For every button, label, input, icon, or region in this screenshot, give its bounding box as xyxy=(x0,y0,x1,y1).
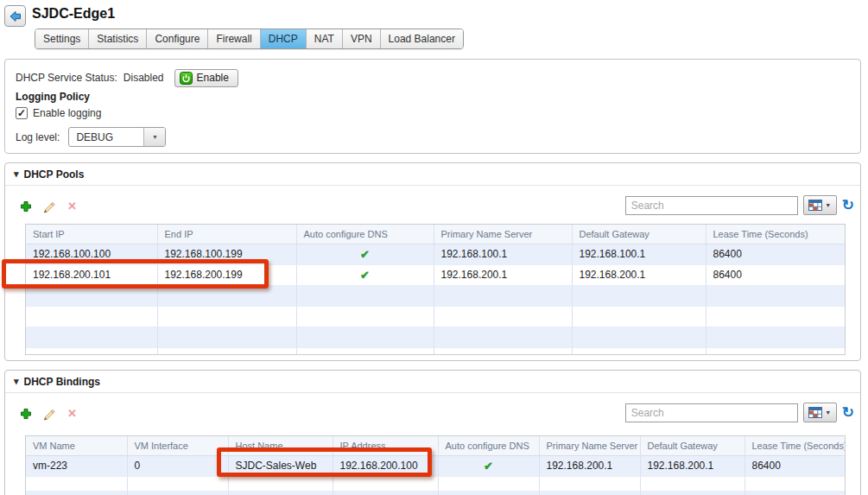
back-arrow-icon xyxy=(9,10,22,23)
empty-row xyxy=(26,476,845,491)
column-header-host-name[interactable]: Host Name xyxy=(228,436,333,455)
column-header-primary-name-server[interactable]: Primary Name Server xyxy=(434,225,572,244)
column-header-default-gateway[interactable]: Default Gateway xyxy=(640,436,744,455)
column-header-auto-configure-dns[interactable]: Auto configure DNS xyxy=(438,436,539,455)
empty-row xyxy=(26,285,845,306)
cell-default-gateway: 192.168.200.1 xyxy=(640,455,744,476)
add-binding-button[interactable] xyxy=(18,406,33,421)
dhcp-pools-section-header[interactable]: ▾ DHCP Pools xyxy=(5,163,860,186)
cell-auto-configure-dns xyxy=(438,455,539,476)
column-header-vm-interface[interactable]: VM Interface xyxy=(127,436,228,455)
dhcp-service-status-label: DHCP Service Status: xyxy=(16,72,117,84)
delete-x-icon: ✕ xyxy=(67,200,77,213)
pools-search-group: ▼ ↻ xyxy=(625,195,854,215)
log-level-label: Log level: xyxy=(16,131,60,143)
logging-policy-heading: Logging Policy xyxy=(16,91,90,103)
bindings-search-group: ▼ ↻ xyxy=(625,403,854,422)
pool-row[interactable]: 192.168.200.101 192.168.200.199 192.168.… xyxy=(26,264,845,285)
column-header-end-ip[interactable]: End IP xyxy=(157,225,296,244)
collapse-arrow-icon: ▾ xyxy=(14,168,19,180)
cell-end-ip: 192.168.100.199 xyxy=(157,244,296,264)
column-header-lease-time[interactable]: Lease Time (Seconds) xyxy=(744,436,845,455)
log-level-dropdown[interactable]: DEBUG ▼ xyxy=(68,127,166,147)
pools-search-input[interactable] xyxy=(625,196,798,215)
column-header-default-gateway[interactable]: Default Gateway xyxy=(572,225,706,244)
pools-toolbar: ✕ xyxy=(18,199,79,213)
dhcp-pools-title: DHCP Pools xyxy=(24,168,85,181)
delete-pool-button[interactable]: ✕ xyxy=(65,199,79,213)
cell-auto-configure-dns xyxy=(296,264,434,285)
tab-firewall[interactable]: Firewall xyxy=(208,29,260,48)
tab-vpn[interactable]: VPN xyxy=(343,29,381,48)
cell-lease-time: 86400 xyxy=(706,244,845,264)
dhcp-bindings-title: DHCP Bindings xyxy=(24,376,100,388)
enable-logging-label: Enable logging xyxy=(33,107,101,119)
dhcp-service-panel: DHCP Service Status: Disabled Enable Log… xyxy=(4,59,861,154)
refresh-icon: ↻ xyxy=(842,404,854,421)
cell-start-ip: 192.168.200.101 xyxy=(26,264,157,285)
column-header-auto-configure-dns[interactable]: Auto configure DNS xyxy=(296,225,434,244)
refresh-button[interactable]: ↻ xyxy=(842,198,854,213)
pencil-icon xyxy=(42,199,56,213)
column-header-start-ip[interactable]: Start IP xyxy=(26,225,157,244)
empty-row xyxy=(26,347,845,355)
edit-binding-button[interactable] xyxy=(41,406,56,421)
plus-icon xyxy=(19,200,33,213)
binding-row[interactable]: vm-223 0 SJDC-Sales-Web 192.168.200.100 … xyxy=(26,455,845,476)
pencil-icon xyxy=(42,406,56,421)
back-button[interactable] xyxy=(4,5,26,27)
bindings-columns-button[interactable]: ▼ xyxy=(803,403,837,422)
delete-x-icon: ✕ xyxy=(67,407,77,420)
checkmark-icon: ✓ xyxy=(17,108,26,118)
empty-row xyxy=(26,306,845,327)
column-header-ip-address[interactable]: IP Address xyxy=(333,436,438,455)
check-icon xyxy=(360,249,370,261)
chevron-down-icon: ▼ xyxy=(825,202,831,208)
cell-start-ip: 192.168.100.100 xyxy=(26,244,157,264)
add-pool-button[interactable] xyxy=(18,199,33,213)
enable-logging-checkbox[interactable]: ✓ xyxy=(16,107,28,119)
edit-pool-button[interactable] xyxy=(41,199,56,213)
cell-primary-name-server: 192.168.100.1 xyxy=(434,244,572,264)
refresh-button[interactable]: ↻ xyxy=(842,405,854,420)
power-icon xyxy=(180,72,193,85)
tab-nat[interactable]: NAT xyxy=(307,29,343,48)
empty-row xyxy=(26,491,845,495)
dhcp-bindings-table: VM Name VM Interface Host Name IP Addres… xyxy=(25,435,846,495)
page-title: SJDC-Edge1 xyxy=(32,6,115,22)
enable-button[interactable]: Enable xyxy=(174,69,238,87)
tab-statistics[interactable]: Statistics xyxy=(89,29,147,48)
enable-button-label: Enable xyxy=(197,72,229,84)
column-header-primary-name-server[interactable]: Primary Name Server xyxy=(539,436,640,455)
refresh-icon: ↻ xyxy=(842,197,854,213)
dhcp-service-status-value: Disabled xyxy=(124,72,164,84)
pools-columns-button[interactable]: ▼ xyxy=(803,195,837,215)
tab-load-balancer[interactable]: Load Balancer xyxy=(381,29,463,48)
pools-header-row: Start IP End IP Auto configure DNS Prima… xyxy=(26,225,845,244)
cell-end-ip: 192.168.200.199 xyxy=(157,264,296,285)
tab-settings[interactable]: Settings xyxy=(35,29,89,48)
cell-primary-name-server: 192.168.200.1 xyxy=(539,455,640,476)
dhcp-pools-panel: ▾ DHCP Pools ✕ xyxy=(4,162,861,361)
check-icon xyxy=(484,460,493,473)
check-icon xyxy=(360,270,370,282)
column-header-lease-time[interactable]: Lease Time (Seconds) xyxy=(706,225,845,244)
bindings-search-input[interactable] xyxy=(625,403,798,422)
cell-vm-name: vm-223 xyxy=(26,455,127,476)
tab-configure[interactable]: Configure xyxy=(147,29,208,48)
log-level-value: DEBUG xyxy=(69,128,143,146)
dhcp-pools-table: Start IP End IP Auto configure DNS Prima… xyxy=(25,224,846,355)
bindings-header-row: VM Name VM Interface Host Name IP Addres… xyxy=(26,436,845,455)
grid-icon xyxy=(808,200,822,211)
column-header-vm-name[interactable]: VM Name xyxy=(26,436,127,455)
bindings-toolbar: ✕ xyxy=(18,406,79,421)
cell-default-gateway: 192.168.200.1 xyxy=(572,264,706,285)
tab-dhcp[interactable]: DHCP xyxy=(261,29,307,48)
pool-row[interactable]: 192.168.100.100 192.168.100.199 192.168.… xyxy=(26,244,845,264)
cell-host-name: SJDC-Sales-Web xyxy=(228,455,333,476)
cell-auto-configure-dns xyxy=(296,244,434,264)
dhcp-bindings-section-header[interactable]: ▾ DHCP Bindings xyxy=(5,371,860,393)
cell-primary-name-server: 192.168.200.1 xyxy=(434,264,572,285)
chevron-down-icon: ▼ xyxy=(143,128,165,146)
delete-binding-button[interactable]: ✕ xyxy=(65,406,79,421)
